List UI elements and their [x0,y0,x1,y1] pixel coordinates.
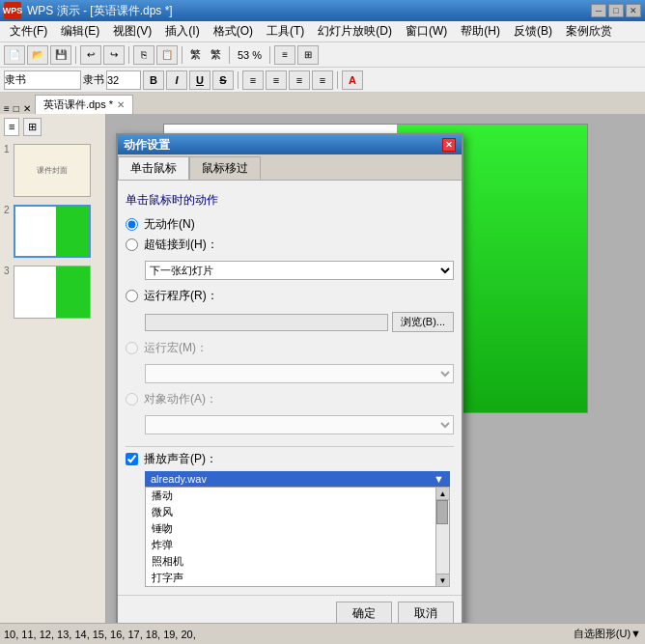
slide-item-2: 2 [4,205,101,258]
slide-num-3: 3 [4,266,10,276]
play-sound-checkbox[interactable] [126,453,138,465]
justify-button[interactable]: ≡ [312,70,333,90]
scroll-up-button[interactable]: ▲ [436,488,449,500]
doc-tab-active[interactable]: 英语课件.dps * ✕ [35,95,133,114]
macro-dropdown-row [145,364,454,383]
menu-examples[interactable]: 案例欣赏 [560,21,618,42]
menu-edit[interactable]: 编辑(E) [55,21,105,42]
close-window-button[interactable]: ✕ [626,4,641,17]
dialog-tab-bar: 单击鼠标 鼠标移过 [118,154,462,181]
program-input-row: 浏览(B)... [145,312,454,332]
sound-item-5[interactable]: 打字声 [146,570,449,586]
minimize-button[interactable]: ─ [591,4,606,17]
thumb-wrap-2[interactable] [14,205,101,258]
slide-coordinates: 10, 11, 12, 13, 14, 15, 16, 17, 18, 19, … [4,629,196,640]
dialog-footer: 确定 取消 [118,595,462,623]
run-macro-row: 运行宏(M)： [126,340,454,356]
dialog-tab-hover[interactable]: 鼠标移过 [189,156,261,180]
macro-dropdown[interactable] [145,364,454,383]
scroll-down-button[interactable]: ▼ [436,574,449,586]
strikethrough-button[interactable]: S [212,70,234,90]
toolbar-sep-2 [128,46,129,64]
menu-help[interactable]: 帮助(H) [455,21,506,42]
align-right-button[interactable]: ≡ [289,70,310,90]
ok-button[interactable]: 确定 [336,602,392,623]
hyperlink-dropdown[interactable]: 下一张幻灯片 [145,261,454,280]
run-program-radio[interactable] [126,290,138,302]
align-center-button[interactable]: ≡ [266,70,287,90]
sort-button[interactable]: ≡ [274,45,295,65]
outline-tab[interactable]: ≡ [4,118,19,136]
thumb-wrap-3[interactable] [14,266,101,319]
italic-button[interactable]: I [166,70,187,90]
undo-button[interactable]: ↩ [80,45,101,65]
menu-feedback[interactable]: 反馈(B) [508,21,558,42]
play-sound-row: 播放声音(P)： [126,451,454,467]
doc-tab-label: 英语课件.dps * [43,98,113,112]
dialog-tab-click[interactable]: 单击鼠标 [118,156,189,180]
hyperlink-row: 超链接到(H)： [126,237,454,253]
menu-window[interactable]: 窗口(W) [400,21,453,42]
font-color-button[interactable]: A [342,70,363,90]
menu-tools[interactable]: 工具(T) [261,21,310,42]
wps-logo: WPS [4,2,21,19]
underline-button[interactable]: U [189,70,210,90]
hyperlink-radio[interactable] [126,238,138,251]
zoom-control[interactable]: 53 % [234,49,266,61]
dialog-close-button[interactable]: ✕ [442,138,456,152]
sound-item-4[interactable]: 照相机 [146,553,449,570]
zoom-label: 繁 [186,47,205,62]
paste-button[interactable]: 📋 [156,45,178,65]
run-macro-radio[interactable] [126,342,138,354]
slide-thumb-2[interactable] [14,205,91,258]
scroll-track [436,500,449,574]
slide-thumb-3[interactable] [14,266,91,319]
slides-tab[interactable]: ⊞ [23,118,42,136]
align-left-button[interactable]: ≡ [242,70,264,90]
menu-slideshow[interactable]: 幻灯片放映(D) [312,21,398,42]
object-action-row: 对象动作(A)： [126,391,454,407]
no-action-radio[interactable] [126,218,138,231]
maximize-button[interactable]: □ [608,4,624,17]
menu-format[interactable]: 格式(O) [208,21,259,42]
font-select[interactable] [4,70,81,90]
object-action-radio[interactable] [126,393,138,406]
new-button[interactable]: 📄 [4,45,25,65]
sound-item-3[interactable]: 炸弹 [146,537,449,553]
panel-toggle-button[interactable]: □ [14,103,19,114]
menu-insert[interactable]: 插入(I) [159,21,205,42]
redo-button[interactable]: ↪ [103,45,125,65]
no-action-label: 无动作(N) [144,216,195,233]
browse-button[interactable]: 浏览(B)... [392,312,454,332]
object-action-dropdown[interactable] [145,415,454,434]
slide-panel: ≡ ⊞ 1 课件封面 2 3 [0,114,106,623]
size-input[interactable] [106,70,141,90]
cancel-button[interactable]: 取消 [398,602,454,623]
sound-list: 播动 微风 锤吻 炸弹 照相机 打字声 ▲ ▼ [145,487,450,587]
slide-thumb-1[interactable]: 课件封面 [14,144,91,197]
menu-file[interactable]: 文件(F) [4,21,53,42]
sound-item-0[interactable]: 播动 [146,488,449,504]
panel-left-button[interactable]: ≡ [4,103,10,114]
run-program-label: 运行程序(R)： [144,288,218,304]
sound-selected-bar[interactable]: already.wav ▼ [145,471,450,487]
program-input[interactable] [145,314,388,331]
save-button[interactable]: 💾 [50,45,71,65]
menu-view[interactable]: 视图(V) [107,21,157,42]
copy-button[interactable]: ⎘ [133,45,154,65]
sound-item-2[interactable]: 锤吻 [146,520,449,537]
sound-item-1[interactable]: 微风 [146,504,449,520]
fmt-sep-2 [337,71,338,89]
open-button[interactable]: 📂 [27,45,48,65]
view-button[interactable]: ⊞ [297,45,319,65]
bold-button[interactable]: B [143,70,164,90]
panel-close-button[interactable]: ✕ [23,103,31,114]
scroll-thumb[interactable] [436,500,448,524]
thumb-wrap-1[interactable]: 课件封面 [14,144,101,197]
tab-close-button[interactable]: ✕ [117,99,125,110]
shape-selector[interactable]: 自选图形(U)▼ [574,627,641,641]
toolbar-sep-1 [75,46,76,64]
action-radio-group: 无动作(N) 超链接到(H)： 下一张幻灯片 [126,212,454,442]
sound-selected-text: already.wav [151,473,207,485]
title-bar: WPS WPS 演示 - [英语课件.dps *] ─ □ ✕ [0,0,645,21]
